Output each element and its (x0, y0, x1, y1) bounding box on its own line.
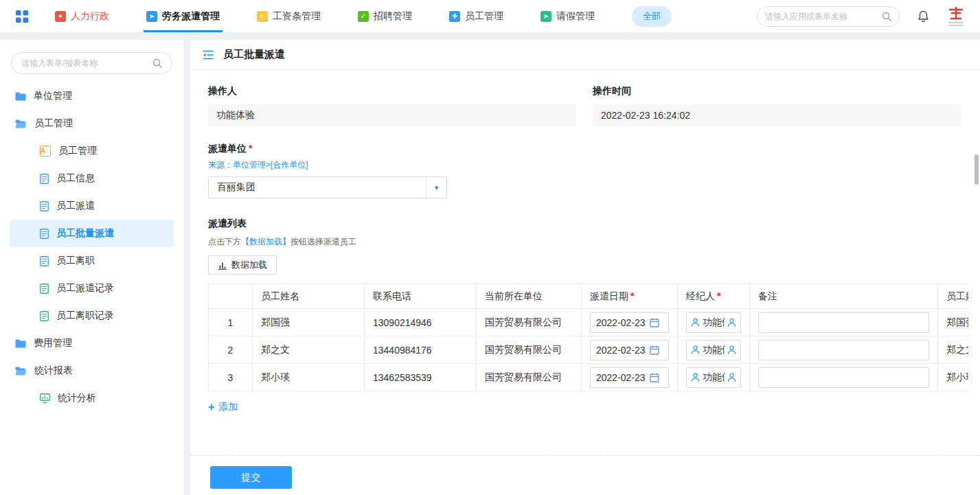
sidebar-item-employee-resign[interactable]: 员工离职 (10, 247, 174, 275)
operator-value: 功能体验 (208, 104, 576, 126)
cell-dispatch-date: 2022-02-23 (582, 364, 678, 391)
chevron-down-icon[interactable]: ▾ (426, 177, 446, 198)
folder-open-icon (15, 367, 27, 376)
sidebar-item-label: 员工离职记录 (56, 310, 114, 322)
nav-item-leave[interactable]: ➤ 请假管理 (531, 0, 604, 32)
data-load-button[interactable]: 数据加载 (208, 255, 277, 275)
column-header-phone: 联系电话 (365, 284, 477, 309)
sidebar-item-dispatch-records[interactable]: 员工派遣记录 (10, 275, 174, 302)
date-picker[interactable]: 2022-02-23 (590, 312, 669, 333)
column-header-text: 经纪人 (686, 290, 715, 301)
apps-grid-icon[interactable] (14, 8, 30, 25)
sidebar-item-unit-mgmt[interactable]: 单位管理 (10, 82, 174, 110)
cell-phone: 13090214946 (365, 309, 477, 336)
unit-source-prefix: 来源： (208, 160, 233, 170)
sidebar-item-label: 员工管理 (58, 145, 97, 157)
sidebar-item-employee-dispatch[interactable]: 员工派遣 (10, 192, 174, 220)
search-icon[interactable] (152, 58, 162, 68)
calendar-icon[interactable] (650, 373, 663, 382)
dispatch-unit-label-text: 派遣单位 (208, 143, 247, 154)
hint-data-load-link[interactable]: 【数据加载】 (241, 237, 290, 246)
sidebar-item-employee-mgmt[interactable]: 员工管理 (10, 110, 174, 137)
agent-picker[interactable]: 功能体验 (686, 312, 741, 333)
sidebar-item-label: 统计报表 (34, 365, 73, 377)
sidebar-item-resign-records[interactable]: 员工离职记录 (10, 302, 174, 330)
dispatch-unit-select[interactable]: 百丽集团 ▾ (208, 176, 447, 198)
sidebar-item-label: 单位管理 (34, 90, 72, 102)
calendar-icon[interactable] (650, 345, 663, 355)
sidebar-item-employee-info[interactable]: 员工信息 (10, 165, 174, 192)
sidebar-item-employee-batch-dispatch[interactable]: 员工批量派遣 (10, 220, 174, 247)
table-row: 2 郑之文 13440984176 国芳贸易有限公司 2022-02-23 (209, 336, 969, 364)
table-row: 1 郑国强 13090214946 国芳贸易有限公司 2022-02-23 (209, 309, 969, 336)
top-search-input[interactable] (765, 12, 882, 21)
add-row-button[interactable]: + 添加 (208, 401, 238, 413)
nav-item-label: 请假管理 (556, 10, 595, 23)
nav-item-payslip[interactable]: ≡ 工资条管理 (247, 0, 330, 32)
nav-item-labor-dispatch[interactable]: ➤ 劳务派遣管理 (137, 0, 229, 32)
dispatch-table-scroll[interactable]: 员工姓名 联系电话 当前所在单位 派遣日期* 经纪人* 备注 员工姓名 (208, 284, 968, 391)
date-picker[interactable]: 2022-02-23 (590, 367, 669, 388)
agent-value: 功能体验 (703, 371, 725, 384)
column-header-current-unit: 当前所在单位 (477, 284, 582, 309)
sidebar-item-report[interactable]: 统计报表 (10, 357, 174, 384)
document-icon (40, 284, 49, 294)
vertical-scrollbar[interactable] (975, 154, 979, 185)
sidebar-item-label: 员工离职 (56, 255, 95, 267)
column-header-text: 派遣日期 (590, 290, 628, 301)
date-value: 2022-02-23 (596, 345, 646, 356)
document-icon (40, 229, 49, 239)
agent-value: 功能体验 (703, 344, 725, 356)
hint-suffix: 按钮选择派遣员工 (290, 237, 356, 246)
unit-source-link[interactable]: 单位管理>[合作单位] (233, 160, 308, 170)
column-header-agent: 经纪人* (678, 284, 750, 309)
date-picker[interactable]: 2022-02-23 (590, 340, 669, 360)
nav-item-employee[interactable]: ✚ 员工管理 (440, 0, 513, 32)
search-icon[interactable] (882, 12, 891, 21)
unit-source-line: 来源：单位管理>[合作单位] (208, 159, 961, 171)
remark-input[interactable] (758, 340, 929, 360)
sidebar-item-label: 员工派遣记录 (56, 282, 114, 295)
form-body: 操作人 功能体验 操作时间 2022-02-23 16:24:02 派遣单位* … (190, 70, 980, 413)
agent-value: 功能体验 (703, 316, 725, 329)
cell-employee: 郑国强 (938, 309, 969, 336)
calendar-icon[interactable] (650, 318, 663, 327)
cell-row-number: 2 (209, 336, 253, 364)
cell-employee-name: 郑之文 (253, 336, 365, 364)
sidebar-item-employee-mgmt-form[interactable]: A 员工管理 (10, 137, 174, 165)
folder-closed-icon (15, 92, 26, 101)
cell-row-number: 1 (209, 309, 253, 336)
notification-bell-icon[interactable] (918, 10, 929, 23)
required-mark: * (717, 290, 720, 301)
document-icon (40, 174, 49, 184)
column-header-name: 员工姓名 (253, 284, 365, 309)
nav-item-label: 劳务派遣管理 (162, 10, 220, 23)
nav-item-label: 员工管理 (465, 10, 503, 23)
nav-item-label: 人力行政 (71, 10, 109, 23)
folder-open-icon (15, 119, 27, 128)
all-apps-badge[interactable]: 全部 (632, 6, 672, 27)
select-person-icon[interactable] (727, 345, 736, 354)
nav-item-hr-admin[interactable]: ✦ 人力行政 (45, 0, 119, 32)
remark-input[interactable] (758, 312, 929, 333)
cell-remark (750, 309, 938, 336)
cell-agent: 功能体验 (678, 309, 750, 336)
cell-current-unit: 国芳贸易有限公司 (477, 336, 582, 364)
required-mark: * (630, 290, 634, 301)
agent-picker[interactable]: 功能体验 (686, 367, 741, 388)
sidebar-item-fee-mgmt[interactable]: 费用管理 (10, 330, 174, 357)
agent-picker[interactable]: 功能体验 (686, 340, 741, 360)
submit-button[interactable]: 提交 (210, 466, 292, 489)
select-person-icon[interactable] (727, 318, 736, 327)
sidebar-item-stat-analysis[interactable]: 统计分析 (10, 384, 174, 412)
collapse-menu-icon[interactable] (203, 50, 214, 60)
page-title: 员工批量派遣 (223, 48, 285, 61)
cell-current-unit: 国芳贸易有限公司 (477, 309, 582, 336)
hr-admin-icon: ✦ (55, 11, 66, 22)
select-person-icon[interactable] (727, 373, 736, 382)
sidebar-search-input[interactable] (21, 58, 152, 68)
remark-input[interactable] (758, 367, 929, 388)
labor-dispatch-icon: ➤ (146, 11, 157, 22)
nav-item-label: 工资条管理 (273, 10, 321, 23)
nav-item-recruitment[interactable]: ✓ 招聘管理 (348, 0, 422, 32)
